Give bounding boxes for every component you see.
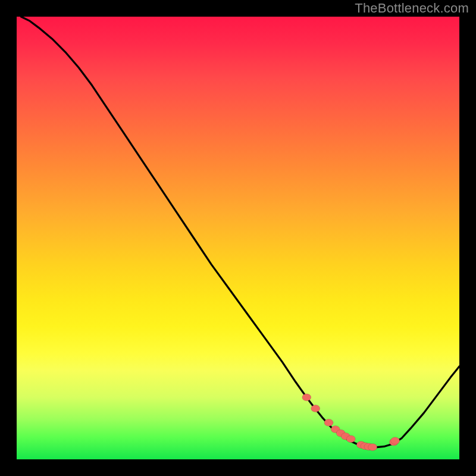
plot-area xyxy=(17,17,459,459)
curve-marker xyxy=(391,437,400,444)
markers-layer xyxy=(17,17,459,459)
curve-marker xyxy=(302,394,311,401)
curve-marker xyxy=(324,419,333,426)
curve-marker xyxy=(346,436,355,443)
curve-marker xyxy=(368,444,377,451)
curve-marker xyxy=(311,405,320,412)
chart-frame: TheBottleneck.com xyxy=(0,0,476,476)
watermark-text: TheBottleneck.com xyxy=(355,1,469,16)
